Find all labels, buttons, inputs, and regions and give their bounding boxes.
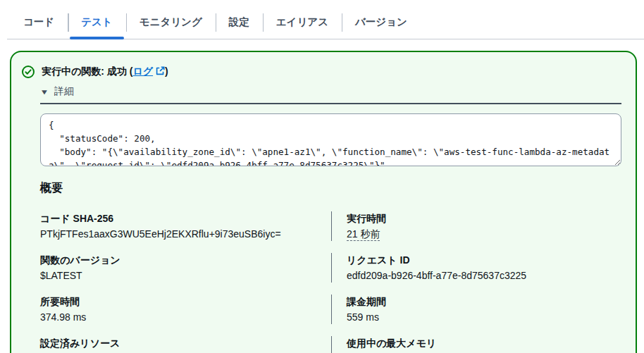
summary-section: 概要 コード SHA-256 PTkjFTFes1aaxG3WU5EeHj2EK… (40, 181, 621, 353)
field-label: 所要時間 (40, 295, 314, 309)
tab-monitoring[interactable]: モニタリング (126, 7, 216, 39)
summary-heading: 概要 (40, 181, 621, 196)
tab-test[interactable]: テスト (68, 7, 126, 39)
field-request-id: リクエスト ID edfd209a-b926-4bff-a77e-8d75637… (331, 253, 621, 283)
field-duration: 所要時間 374.98 ms (40, 295, 331, 324)
caret-down-icon: ▼ (40, 88, 49, 96)
field-label: 設定済みリソース (40, 336, 314, 350)
tab-settings[interactable]: 設定 (216, 7, 263, 39)
function-tabs: コード テスト モニタリング 設定 エイリアス バージョン (7, 7, 644, 39)
field-label: 実行時間 (347, 211, 621, 225)
field-value: $LATEST (40, 268, 314, 283)
details-section: ▼ 詳細 { "statusCode": 200, "body": "{\"av… (40, 84, 621, 166)
summary-grid: コード SHA-256 PTkjFTFes1aaxG3WU5EeHj2EKXRf… (40, 211, 621, 353)
details-body: { "statusCode": 200, "body": "{\"availab… (40, 103, 621, 166)
field-execution-time: 実行時間 21 秒前 (331, 211, 621, 241)
field-label: コード SHA-256 (40, 211, 314, 225)
field-value: edfd209a-b926-4bff-a77e-8d75637c3225 (347, 268, 621, 283)
details-toggle-label: 詳細 (54, 85, 74, 98)
field-function-version: 関数のバージョン $LATEST (40, 253, 331, 283)
field-max-memory-used: 使用中の最大メモリ 52 MB (331, 336, 621, 353)
field-value: 559 ms (347, 310, 621, 324)
field-billed-duration: 課金期間 559 ms (331, 295, 621, 324)
field-label: 使用中の最大メモリ (347, 336, 621, 350)
test-result-success-panel: 実行中の関数: 成功 (ログ ) ▼ 詳細 { "statusCode": 20… (10, 51, 637, 353)
field-value: PTkjFTFes1aaxG3WU5EeHj2EKXRflu+9i73euSB6… (40, 227, 314, 241)
execution-response-textarea[interactable]: { "statusCode": 200, "body": "{\"availab… (40, 113, 621, 166)
success-check-icon (21, 65, 35, 79)
field-code-sha256: コード SHA-256 PTkjFTFes1aaxG3WU5EeHj2EKXRf… (40, 211, 331, 241)
field-value: 374.98 ms (40, 310, 314, 324)
execution-time-tooltip-trigger[interactable]: 21 秒前 (347, 228, 380, 241)
paren-close: ) (165, 66, 168, 77)
status-title: 実行中の関数: 成功 (42, 66, 127, 77)
field-label: リクエスト ID (347, 253, 621, 267)
field-label: 課金期間 (347, 295, 621, 309)
tab-versions[interactable]: バージョン (342, 7, 421, 39)
tab-code[interactable]: コード (10, 7, 68, 39)
tab-aliases[interactable]: エイリアス (263, 7, 342, 39)
details-toggle[interactable]: ▼ 詳細 (40, 84, 74, 103)
external-link-icon[interactable] (156, 65, 165, 79)
field-label: 関数のバージョン (40, 253, 314, 267)
result-status-text: 実行中の関数: 成功 (ログ ) (42, 64, 168, 79)
field-value: 21 秒前 (347, 227, 621, 241)
result-status-header: 実行中の関数: 成功 (ログ ) (21, 64, 621, 79)
log-link[interactable]: ログ (132, 66, 153, 77)
field-resources-configured: 設定済みリソース 128 MB (40, 336, 331, 353)
